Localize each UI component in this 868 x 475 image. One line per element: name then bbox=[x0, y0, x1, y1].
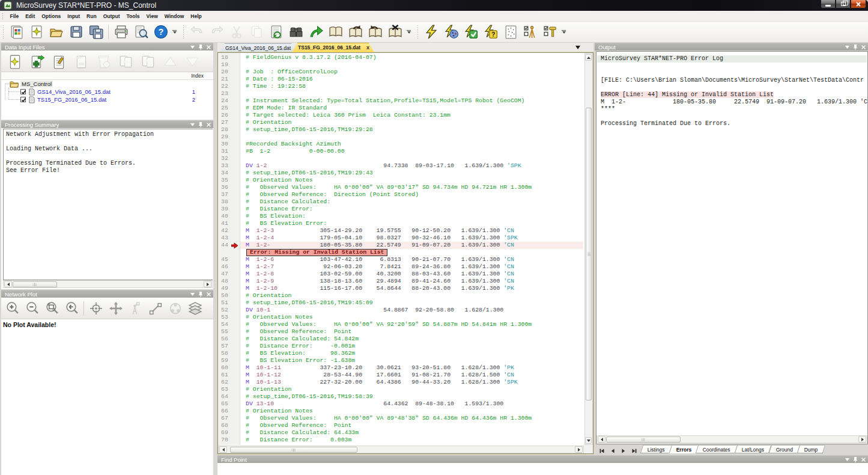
convert-file-button[interactable] bbox=[266, 22, 286, 41]
document-tab[interactable]: GS14_Viva_2016_06_15.dat bbox=[219, 43, 297, 52]
menu-run[interactable]: Run bbox=[83, 11, 100, 22]
output-tab-listings[interactable]: Listings bbox=[640, 445, 672, 453]
menu-file[interactable]: File bbox=[7, 11, 22, 22]
output-tab-label[interactable]: Ground bbox=[775, 446, 792, 454]
dock-splitter-left[interactable] bbox=[213, 43, 217, 475]
menu-tools[interactable]: Tools bbox=[123, 11, 143, 22]
open-folder-button[interactable] bbox=[46, 22, 66, 41]
output-tab-dump[interactable]: Dump bbox=[797, 445, 825, 453]
output-tab-label[interactable]: Lat/Longs bbox=[742, 446, 764, 454]
line-tool-button[interactable] bbox=[145, 299, 165, 318]
scrollbar-thumb[interactable] bbox=[606, 437, 681, 443]
pan-button[interactable] bbox=[106, 299, 126, 318]
output-hscrollbar[interactable] bbox=[596, 435, 867, 443]
first-page-icon[interactable] bbox=[598, 447, 605, 455]
panel-menu-icon[interactable] bbox=[845, 458, 849, 461]
scroll-left-button[interactable] bbox=[4, 281, 12, 287]
goto-line-button[interactable] bbox=[306, 22, 326, 41]
center-point-button[interactable] bbox=[86, 299, 106, 318]
scroll-right-button[interactable] bbox=[858, 436, 866, 443]
run-preanalysis-button[interactable] bbox=[441, 22, 461, 41]
menu-options[interactable]: Options bbox=[38, 11, 64, 22]
editor-text-area[interactable]: 18# FieldGenius v 8.3.17.2 (2016-04-07)1… bbox=[218, 54, 583, 444]
new-data-file-button[interactable] bbox=[4, 52, 26, 71]
scrollbar-thumb[interactable] bbox=[586, 108, 592, 400]
zoom-in-button[interactable] bbox=[2, 299, 22, 318]
file-name[interactable]: TS15_FG_2016_06_15.dat bbox=[35, 96, 106, 103]
close-icon[interactable] bbox=[861, 458, 866, 462]
instrument-settings-button[interactable] bbox=[520, 22, 540, 41]
tree-root-row[interactable]: MS_Control bbox=[1, 80, 213, 88]
tab-list-dropdown-icon[interactable] bbox=[575, 46, 580, 49]
scroll-left-button[interactable] bbox=[598, 436, 605, 443]
editor-vscrollbar[interactable] bbox=[584, 53, 593, 445]
zoom-previous-button[interactable] bbox=[62, 299, 82, 318]
panel-menu-icon[interactable] bbox=[190, 123, 195, 126]
minimize-button[interactable] bbox=[821, 0, 836, 8]
output-tab-label[interactable]: Listings bbox=[648, 446, 665, 454]
total-station-options-button[interactable] bbox=[540, 22, 560, 41]
close-icon[interactable] bbox=[207, 123, 211, 127]
print-preview-button[interactable] bbox=[131, 22, 151, 41]
help-button[interactable]: ? bbox=[151, 22, 171, 41]
tree-file-row[interactable]: TS15_FG_2016_06_15.dat2 bbox=[1, 96, 213, 103]
book-undo-button[interactable] bbox=[365, 22, 385, 41]
code-editor[interactable]: 18# FieldGenius v 8.3.17.2 (2016-04-07)1… bbox=[217, 52, 593, 454]
pin-icon[interactable] bbox=[199, 122, 202, 127]
open-project-button[interactable] bbox=[26, 22, 46, 41]
last-page-icon[interactable] bbox=[631, 447, 638, 455]
menu-help[interactable]: Help bbox=[187, 11, 205, 22]
book-redo-button[interactable] bbox=[345, 22, 365, 41]
layers-button[interactable] bbox=[185, 299, 205, 318]
menu-edit[interactable]: Edit bbox=[22, 11, 38, 22]
add-data-file-button[interactable] bbox=[26, 52, 48, 71]
scroll-down-button[interactable] bbox=[585, 437, 592, 444]
find-binoculars-button[interactable] bbox=[286, 22, 306, 41]
run-blunder-detect-button[interactable]: ? bbox=[481, 22, 500, 41]
output-tab-errors[interactable]: Errors bbox=[669, 445, 699, 453]
scroll-left-button[interactable] bbox=[219, 446, 227, 453]
new-project-button[interactable] bbox=[7, 22, 26, 41]
output-text-area[interactable]: MicroSurvey STAR*NET-PRO Error Log[FILE:… bbox=[596, 51, 868, 444]
scrollbar-thumb[interactable] bbox=[230, 447, 357, 453]
menu-window[interactable]: Window bbox=[161, 11, 187, 22]
book-close-button[interactable] bbox=[385, 22, 405, 41]
output-tab-ground[interactable]: Ground bbox=[768, 445, 800, 453]
menubar-grip-handle[interactable] bbox=[2, 13, 4, 19]
pin-icon[interactable] bbox=[199, 292, 202, 297]
plot-preview-button[interactable] bbox=[500, 22, 520, 41]
close-icon[interactable] bbox=[861, 45, 866, 49]
tree-root-label[interactable]: MS_Control bbox=[20, 81, 53, 87]
save-all-button[interactable] bbox=[86, 22, 106, 41]
processing-summary-hscrollbar[interactable] bbox=[3, 280, 213, 288]
panel-menu-icon[interactable] bbox=[845, 46, 849, 49]
close-button[interactable] bbox=[851, 0, 866, 8]
panel-menu-icon[interactable] bbox=[190, 293, 195, 296]
maximize-button[interactable] bbox=[836, 0, 851, 8]
book-open-button[interactable] bbox=[326, 22, 345, 41]
pin-icon[interactable] bbox=[854, 44, 857, 50]
menu-input[interactable]: Input bbox=[64, 11, 83, 22]
run-data-check-button[interactable] bbox=[461, 22, 481, 41]
zoom-out-button[interactable] bbox=[22, 299, 42, 318]
menu-output[interactable]: Output bbox=[100, 11, 123, 22]
close-icon[interactable] bbox=[207, 45, 211, 49]
tree-file-row[interactable]: GS14_Viva_2016_06_15.dat1 bbox=[1, 88, 213, 96]
toolbar-overflow-icon[interactable] bbox=[171, 23, 178, 41]
tab-close-icon[interactable]: x bbox=[366, 43, 369, 52]
pin-icon[interactable] bbox=[854, 457, 857, 462]
output-tab-lat-longs[interactable]: Lat/Longs bbox=[735, 445, 772, 453]
panel-menu-icon[interactable] bbox=[190, 46, 195, 49]
toolbar-overflow-icon[interactable] bbox=[560, 23, 568, 41]
editor-hscrollbar[interactable] bbox=[218, 446, 584, 453]
toolbar-grip-handle[interactable] bbox=[417, 25, 419, 39]
file-name[interactable]: GS14_Viva_2016_06_15.dat bbox=[35, 88, 111, 95]
menu-view[interactable]: View bbox=[143, 11, 161, 22]
document-tab[interactable]: TS15_FG_2016_06_15.datx bbox=[292, 43, 374, 52]
pin-icon[interactable] bbox=[199, 44, 202, 50]
output-tab-label[interactable]: Dump bbox=[804, 446, 818, 454]
output-tab-label[interactable]: Coordinates bbox=[703, 446, 730, 454]
toolbar-grip-handle[interactable] bbox=[2, 25, 4, 39]
scroll-right-button[interactable] bbox=[575, 446, 583, 453]
output-tab-coordinates[interactable]: Coordinates bbox=[696, 445, 738, 453]
